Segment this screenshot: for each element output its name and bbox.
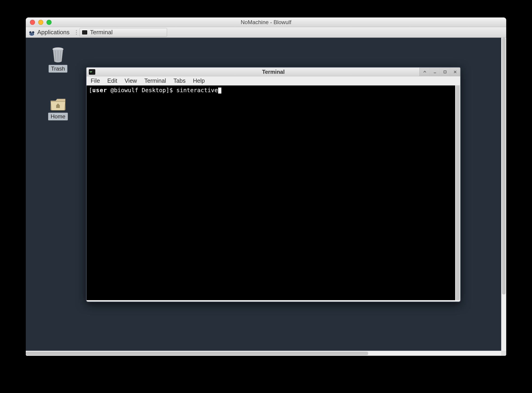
terminal-command: sinteractive bbox=[176, 87, 218, 93]
mac-window-title: NoMachine - Blowulf bbox=[26, 19, 506, 25]
home-folder-icon bbox=[50, 98, 66, 111]
menu-view[interactable]: View bbox=[125, 78, 137, 84]
terminal-body[interactable]: [user @biowulf Desktop]$ sinteractive bbox=[86, 85, 460, 300]
taskbar-item-terminal[interactable]: Terminal bbox=[80, 28, 167, 37]
xfce-mouse-icon bbox=[29, 30, 35, 35]
cursor-icon bbox=[218, 88, 221, 93]
menu-tabs[interactable]: Tabs bbox=[174, 78, 186, 84]
terminal-window: Terminal bbox=[86, 67, 461, 302]
applications-label: Applications bbox=[37, 29, 70, 36]
remote-desktop: Applications Terminal bbox=[26, 27, 506, 356]
nomachine-scrollbar-vertical[interactable] bbox=[501, 38, 506, 351]
terminal-menubar: File Edit View Terminal Tabs Help bbox=[86, 76, 460, 85]
terminal-titlebar[interactable]: Terminal bbox=[86, 68, 460, 76]
scrollbar-thumb[interactable] bbox=[456, 85, 460, 300]
desktop-icon-label: Home bbox=[48, 113, 68, 120]
nomachine-window: NoMachine - Blowulf Applications Termina… bbox=[26, 17, 506, 356]
desktop-icon-trash[interactable]: Trash bbox=[44, 47, 72, 73]
menu-terminal[interactable]: Terminal bbox=[144, 78, 166, 84]
desktop-icon-label: Trash bbox=[49, 65, 67, 73]
prompt-open: [ bbox=[89, 87, 92, 93]
svg-point-4 bbox=[32, 34, 33, 34]
menu-help[interactable]: Help bbox=[193, 78, 205, 84]
terminal-title: Terminal bbox=[86, 69, 460, 75]
mac-titlebar[interactable]: NoMachine - Blowulf bbox=[26, 17, 506, 27]
menu-file[interactable]: File bbox=[91, 78, 100, 84]
xfce-taskbar: Applications Terminal bbox=[26, 27, 506, 38]
terminal-scrollbar[interactable] bbox=[455, 85, 460, 300]
nomachine-scrollbar-horizontal[interactable] bbox=[26, 351, 501, 356]
menu-edit[interactable]: Edit bbox=[107, 78, 117, 84]
terminal-line: [user @biowulf Desktop]$ sinteractive bbox=[89, 87, 455, 93]
svg-point-3 bbox=[31, 34, 31, 34]
applications-menu-button[interactable]: Applications bbox=[28, 28, 73, 37]
desktop-icon-home[interactable]: Home bbox=[44, 98, 72, 120]
desktop-workspace[interactable]: Trash Home Terminal bbox=[26, 38, 501, 351]
taskbar-item-label: Terminal bbox=[90, 29, 113, 36]
scrollbar-thumb[interactable] bbox=[26, 352, 368, 355]
scrollbar-thumb[interactable] bbox=[502, 38, 506, 295]
terminal-icon bbox=[82, 30, 87, 34]
trash-icon bbox=[51, 47, 65, 63]
svg-point-2 bbox=[30, 33, 34, 36]
prompt-rest: @biowulf Desktop]$ bbox=[110, 87, 176, 93]
prompt-user: user bbox=[92, 87, 107, 93]
taskbar-grip-icon[interactable] bbox=[75, 30, 78, 35]
